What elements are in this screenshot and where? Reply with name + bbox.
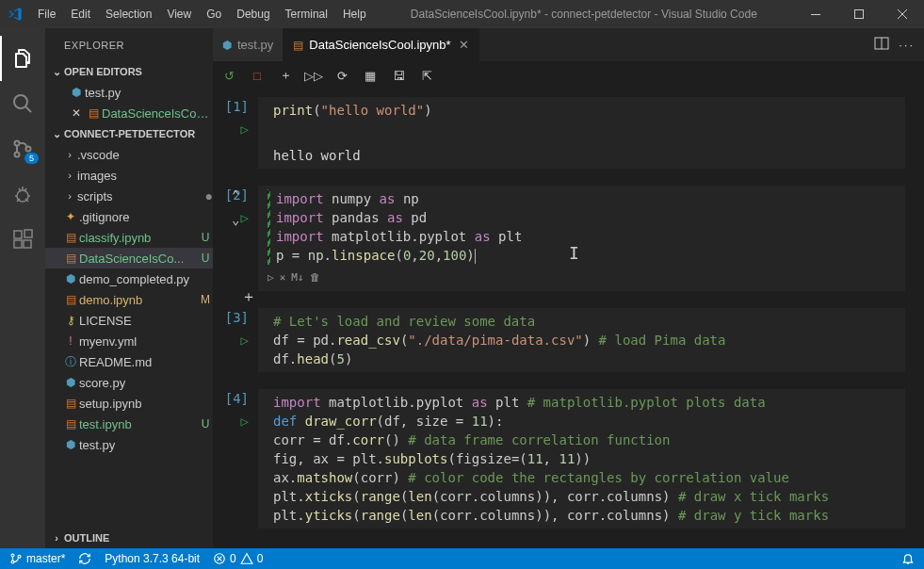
- close-window-button[interactable]: [881, 0, 924, 28]
- git-status-badge: U: [198, 252, 213, 265]
- cell-action-icon[interactable]: ▷: [267, 268, 274, 287]
- folder-item[interactable]: ›.vscode: [45, 144, 213, 165]
- file-item[interactable]: ▤demo.ipynbM: [45, 289, 213, 310]
- code-line[interactable]: fig, ax = plt.subplots(figsize=(11, 11)): [267, 449, 896, 468]
- folder-item[interactable]: ›scripts●: [45, 186, 213, 206]
- grid-icon[interactable]: ▦: [360, 65, 381, 86]
- menu-view[interactable]: View: [159, 8, 199, 21]
- run-cell-icon[interactable]: ▷: [241, 331, 249, 350]
- file-item[interactable]: ⬢test.py: [45, 434, 213, 455]
- run-cell-icon[interactable]: ▷: [241, 208, 249, 227]
- file-item[interactable]: ▤setup.ipynb: [45, 393, 213, 414]
- menu-help[interactable]: Help: [335, 8, 374, 21]
- code-line[interactable]: import pandas as pd: [267, 208, 896, 227]
- close-icon[interactable]: ✕: [459, 38, 469, 52]
- file-item[interactable]: ⬢score.py: [45, 372, 213, 393]
- sync-icon[interactable]: [78, 552, 91, 565]
- more-icon[interactable]: ···: [899, 38, 915, 52]
- add-cell-icon[interactable]: ＋: [275, 65, 296, 86]
- folder-header[interactable]: ⌄ CONNECT-PETDETECTOR: [45, 123, 213, 144]
- code-cell[interactable]: [4]▷import matplotlib.pyplot as plt # ma…: [213, 389, 924, 528]
- code-line[interactable]: df.head(5): [267, 350, 896, 368]
- cell-body[interactable]: print("hello world")hello world: [258, 97, 905, 169]
- file-item[interactable]: ▤DataScienceIsCo...U: [45, 248, 213, 268]
- svg-line-3: [25, 106, 31, 112]
- sidebar: EXPLORER ⌄ OPEN EDITORS ⬢ test.py ✕ ▤ Da…: [45, 28, 213, 548]
- file-item[interactable]: ⚷LICENSE: [45, 310, 213, 331]
- split-editor-icon[interactable]: [874, 36, 889, 54]
- maximize-button[interactable]: [837, 0, 881, 28]
- file-item[interactable]: !myenv.yml: [45, 331, 213, 351]
- file-item[interactable]: ✦.gitignore: [45, 206, 213, 227]
- file-item[interactable]: ▤test.ipynbU: [45, 414, 213, 434]
- code-line[interactable]: import numpy as np: [267, 189, 896, 208]
- code-line[interactable]: plt.yticks(range(len(corr.columns)), cor…: [267, 506, 896, 525]
- open-editors-header[interactable]: ⌄ OPEN EDITORS: [45, 61, 213, 82]
- notifications-icon[interactable]: [901, 552, 915, 565]
- code-line[interactable]: plt.xticks(range(len(corr.columns)), cor…: [267, 487, 896, 506]
- cell-output: hello world: [267, 146, 896, 165]
- menu-terminal[interactable]: Terminal: [278, 8, 335, 21]
- restart-icon[interactable]: ⟳: [332, 65, 352, 86]
- chevron-right-icon: ›: [62, 170, 77, 181]
- file-item[interactable]: ⬢demo_completed.py: [45, 268, 213, 289]
- source-control-icon[interactable]: 5: [0, 126, 45, 171]
- python-file-icon: ⬢: [62, 272, 79, 285]
- tab-test-py[interactable]: ⬢ test.py: [213, 28, 284, 61]
- code-line[interactable]: df = pd.read_csv("./data/pima-data.csv")…: [267, 331, 896, 350]
- open-editor-item[interactable]: ✕ ▤ DataScienceIsCoo...: [45, 103, 213, 123]
- cell-action-icon[interactable]: M↓: [291, 268, 303, 287]
- cell-body[interactable]: import matplotlib.pyplot as plt # matplo…: [258, 389, 905, 528]
- file-item[interactable]: ⓘREADME.md: [45, 351, 213, 372]
- problems[interactable]: 0 0: [213, 552, 263, 565]
- collapse-down-icon[interactable]: ⌄: [232, 210, 239, 229]
- svg-point-16: [18, 555, 21, 558]
- chevron-right-icon: ›: [49, 532, 64, 544]
- chevron-right-icon: ›: [62, 149, 77, 160]
- folder-item[interactable]: ›images: [45, 165, 213, 186]
- explorer-icon[interactable]: [0, 36, 45, 81]
- run-cell-icon[interactable]: ▷: [241, 412, 249, 431]
- code-line[interactable]: p = np.linspace(0,20,100): [267, 246, 896, 265]
- open-editor-item[interactable]: ⬢ test.py: [45, 82, 213, 103]
- text-cursor-icon: I: [569, 244, 579, 263]
- cell-body[interactable]: import numpy as npimport pandas as pdimp…: [258, 186, 905, 291]
- search-icon[interactable]: [0, 81, 45, 126]
- code-line[interactable]: def draw_corr(df, size = 11):: [267, 412, 896, 431]
- close-icon[interactable]: ✕: [68, 106, 85, 120]
- code-line[interactable]: import matplotlib.pyplot as plt # matplo…: [267, 393, 896, 412]
- outline-header[interactable]: › OUTLINE: [45, 528, 213, 548]
- code-cell[interactable]: [3]▷# Let's load and review some datadf …: [213, 308, 924, 372]
- collapse-up-icon[interactable]: ⌃: [232, 186, 239, 204]
- debug-icon[interactable]: [0, 171, 45, 217]
- run-all-icon[interactable]: ▷▷: [303, 65, 324, 86]
- extensions-icon[interactable]: [0, 217, 45, 262]
- code-line[interactable]: corr = df.corr() # data frame correlatio…: [267, 431, 896, 449]
- code-line[interactable]: import matplotlib.pyplot as plt: [267, 227, 896, 246]
- code-cell[interactable]: ⌃⌄[2]▷import numpy as npimport pandas as…: [213, 186, 924, 291]
- export-icon[interactable]: ⇱: [416, 65, 437, 86]
- code-line[interactable]: # Let's load and review some data: [267, 312, 896, 331]
- undo-icon[interactable]: ↺: [219, 65, 239, 86]
- python-interpreter[interactable]: Python 3.7.3 64-bit: [105, 552, 200, 565]
- code-cell[interactable]: [1]▷print("hello world")hello world: [213, 97, 924, 169]
- save-icon[interactable]: 🖫: [388, 65, 409, 86]
- cell-body[interactable]: # Let's load and review some datadf = pd…: [258, 308, 905, 372]
- menu-selection[interactable]: Selection: [98, 8, 159, 21]
- menu-go[interactable]: Go: [199, 8, 229, 21]
- file-item[interactable]: ▤classify.ipynbU: [45, 227, 213, 248]
- notebook[interactable]: [1]▷print("hello world")hello world⌃⌄[2]…: [213, 89, 924, 548]
- cell-action-icon[interactable]: 🗑: [310, 268, 320, 287]
- menu-debug[interactable]: Debug: [229, 8, 277, 21]
- menu-file[interactable]: File: [30, 8, 63, 21]
- git-branch[interactable]: master*: [9, 552, 65, 565]
- tab-notebook[interactable]: ▤ DataScienceIsCool.ipynb* ✕: [284, 28, 478, 61]
- menu-edit[interactable]: Edit: [63, 8, 98, 21]
- add-cell-inline-icon[interactable]: ＋: [241, 287, 256, 306]
- code-line[interactable]: ax.matshow(corr) # color code the rectan…: [267, 468, 896, 487]
- run-cell-icon[interactable]: ▷: [241, 120, 249, 138]
- cell-action-icon[interactable]: ✕: [280, 268, 286, 287]
- code-line[interactable]: print("hello world"): [267, 101, 896, 120]
- minimize-button[interactable]: [794, 0, 837, 28]
- stop-icon[interactable]: □: [247, 65, 267, 86]
